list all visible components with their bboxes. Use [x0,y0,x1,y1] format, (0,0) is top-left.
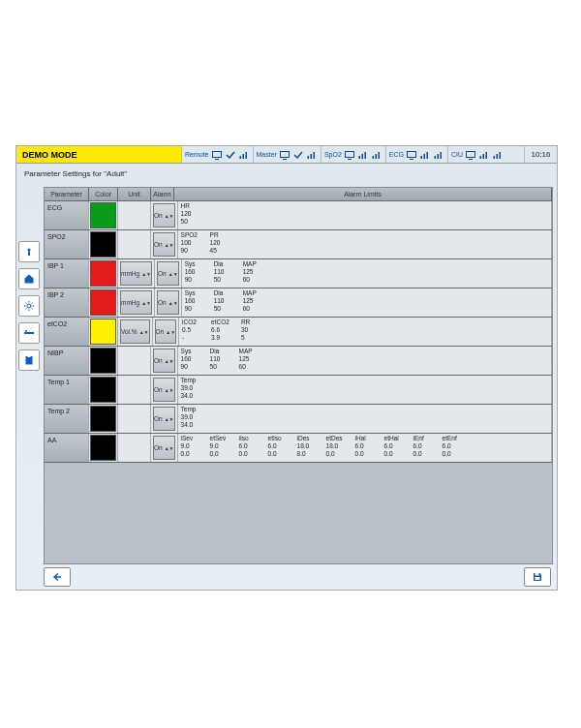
limit-upper: 18.0 [326,442,344,450]
limit-lower: 8.0 [297,450,315,458]
alarm-selector[interactable]: On▲▼ [155,319,177,344]
color-cell[interactable] [89,434,118,462]
save-button[interactable] [524,567,551,587]
page-title: Parameter Settings for "Adult" [16,164,557,184]
limit-column: Temp39.034.0 [181,377,199,403]
unit-cell [118,434,151,462]
status-ecg[interactable]: ECG [385,146,447,163]
unit-selector[interactable]: mmHg▲▼ [120,290,152,315]
param-name: IBP 2 [45,288,89,317]
limit-lower: 60 [239,363,257,371]
limit-column: MAP12560 [243,260,260,287]
alarm-limits-cell[interactable]: Sys16090Dia11050MAP12560 [182,288,552,317]
limit-label: Dia [214,289,231,297]
svg-rect-20 [421,156,423,159]
sidebar-settings-button[interactable] [18,295,40,317]
alarm-selector[interactable]: On▲▼ [153,407,175,431]
limit-upper: 120 [181,210,199,218]
alarm-limits-cell[interactable]: Temp39.034.0 [178,405,552,433]
alarm-cell[interactable]: On▲▼ [155,259,182,288]
color-cell[interactable] [89,259,118,288]
alarm-limits-cell[interactable]: iCO20.5-etCO26.63.9RR305 [179,318,552,346]
alarm-limits-cell[interactable]: Sys16090Dia11050MAP12560 [178,347,552,375]
svg-rect-7 [307,156,309,159]
color-cell[interactable] [89,376,118,404]
status-label: Remote [185,151,209,158]
arrow-left-icon [51,571,63,583]
status-label: SpO2 [324,151,342,158]
svg-rect-33 [500,152,502,159]
sidebar-patient-button[interactable] [18,241,40,262]
limit-upper: 160 [181,355,199,363]
alarm-cell[interactable]: On▲▼ [151,405,178,433]
alarm-cell[interactable]: On▲▼ [151,376,178,404]
alarm-selector[interactable]: On▲▼ [153,436,175,460]
alarm-limits-cell[interactable]: HR12050 [178,201,552,229]
unit-cell[interactable]: mmHg▲▼ [118,259,155,288]
limit-column: SPO210090 [181,231,199,258]
limit-upper: 125 [243,297,260,305]
color-cell[interactable] [89,230,118,258]
color-cell[interactable] [89,405,118,433]
unit-value: Vol.% [121,328,138,335]
limit-label: MAP [239,348,257,355]
sidebar-home-button[interactable] [18,268,40,289]
alarm-selector[interactable]: On▲▼ [153,232,175,257]
limit-column: Dia11050 [214,260,231,287]
param-name: Temp 2 [45,405,89,433]
alarm-selector[interactable]: On▲▼ [157,261,179,286]
limit-upper: 6.6 [211,326,229,334]
param-name: ECG [45,201,89,229]
param-name: SPO2 [45,230,89,258]
svg-rect-23 [435,156,437,159]
limit-upper: 6.0 [413,442,431,450]
color-cell[interactable] [89,318,118,346]
parameter-table: Parameter Color Unit Alarm Alarm Limits … [44,187,553,564]
svg-rect-29 [483,154,485,159]
status-spo2[interactable]: SpO2 [321,146,385,163]
alarm-selector[interactable]: On▲▼ [153,349,175,373]
alarm-cell[interactable]: On▲▼ [151,230,178,258]
limit-lower: 0.0 [413,450,431,458]
alarm-cell[interactable]: On▲▼ [151,434,178,462]
alarm-cell[interactable]: On▲▼ [151,347,178,375]
limit-column: etIso6.00.0 [268,435,286,461]
limit-lower: 0.0 [239,450,257,458]
color-swatch [90,289,116,316]
back-button[interactable] [44,567,71,587]
alarm-selector[interactable]: On▲▼ [153,378,175,402]
alarm-selector[interactable]: On▲▼ [157,290,179,315]
alarm-cell[interactable]: On▲▼ [153,318,180,346]
unit-cell [118,405,151,433]
alarm-cell[interactable]: On▲▼ [155,288,182,317]
alarm-value: On [154,357,163,364]
alarm-limits-cell[interactable]: SPO210090PR12045 [178,230,552,258]
alarm-limits-cell[interactable]: Sys16090Dia11050MAP12560 [182,259,552,288]
sidebar-records-button[interactable] [18,349,40,371]
alarm-limits-cell[interactable]: Temp39.034.0 [178,376,552,404]
color-cell[interactable] [89,201,118,229]
alarm-selector[interactable]: On▲▼ [153,203,175,228]
bed-icon [23,327,35,339]
unit-cell[interactable]: Vol.%▲▼ [118,318,153,346]
sidebar-bed-button[interactable] [18,322,40,344]
limit-upper: 6.0 [443,442,460,450]
alarm-limits-cell[interactable]: iSev9.00.0etSev9.00.0iIso6.00.0etIso6.00… [178,434,552,462]
color-cell[interactable] [89,288,118,317]
color-cell[interactable] [89,347,118,375]
alarm-cell[interactable]: On▲▼ [151,201,178,229]
unit-selector[interactable]: mmHg▲▼ [120,261,152,286]
signal-icon [478,149,490,161]
table-row: ECGOn▲▼HR12050 [45,201,552,230]
limit-upper: 0.5 [182,326,199,334]
limit-lower: 50 [210,363,228,371]
limit-upper: 120 [210,239,228,247]
status-master[interactable]: Master [253,146,321,163]
limit-upper: 9.0 [210,442,228,450]
status-remote[interactable]: Remote [181,146,253,163]
unit-cell[interactable]: mmHg▲▼ [118,288,155,317]
status-label: Master [257,151,277,158]
bars-icon [492,149,504,161]
unit-selector[interactable]: Vol.%▲▼ [120,319,150,344]
status-ciu[interactable]: CIU [447,146,506,163]
